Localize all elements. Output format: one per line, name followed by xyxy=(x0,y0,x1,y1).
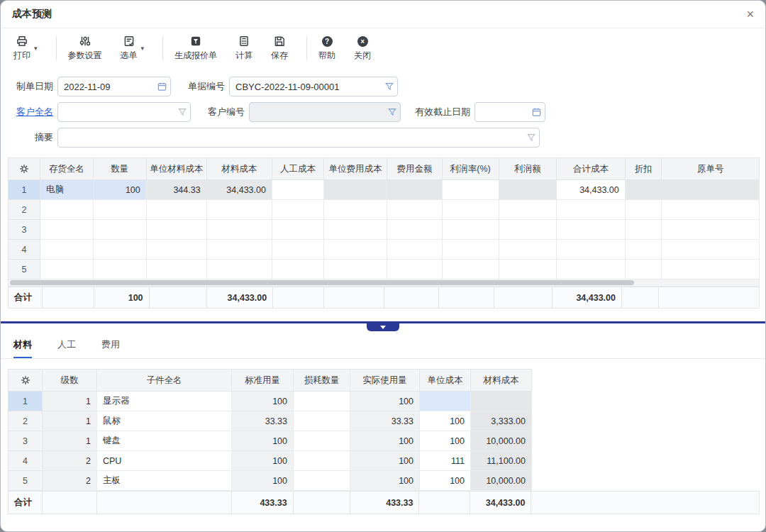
chevron-down-icon[interactable]: ▾ xyxy=(34,45,38,52)
grid-cell[interactable] xyxy=(387,200,442,220)
grid-cell[interactable] xyxy=(294,471,350,491)
tab-expense[interactable]: 费用 xyxy=(101,338,120,358)
row-number-cell[interactable]: 3 xyxy=(9,220,40,240)
row-number-cell[interactable]: 2 xyxy=(9,411,43,431)
grid-cell[interactable] xyxy=(471,392,532,411)
tab-material[interactable]: 材料 xyxy=(13,338,32,358)
dialog-close-button[interactable]: × xyxy=(746,8,754,21)
doc-no-input[interactable] xyxy=(229,77,398,96)
grid-cell[interactable]: 2 xyxy=(43,451,97,471)
grid-cell[interactable] xyxy=(93,260,146,279)
row-number-cell[interactable]: 5 xyxy=(9,471,43,491)
grid-cell[interactable]: 1 xyxy=(43,392,97,411)
grid-cell[interactable] xyxy=(40,200,93,220)
grid-cell[interactable] xyxy=(557,200,626,220)
grid-cell[interactable] xyxy=(323,200,387,220)
grid-cell[interactable]: 100 xyxy=(232,471,294,491)
grid-cell[interactable] xyxy=(625,240,662,260)
grid-cell[interactable]: 3,333.00 xyxy=(471,411,532,431)
grid-cell[interactable] xyxy=(272,220,323,240)
grid-cell[interactable] xyxy=(272,200,323,220)
customer-name-label[interactable]: 客户全名 xyxy=(12,106,53,118)
grid-cell[interactable] xyxy=(272,180,323,200)
grid-cell[interactable]: 键盘 xyxy=(97,431,232,451)
grid-cell[interactable] xyxy=(662,240,760,260)
grid-cell[interactable] xyxy=(272,240,323,260)
grid-cell[interactable]: 100 xyxy=(232,451,294,471)
doc-date-input[interactable] xyxy=(57,77,171,96)
row-number-cell[interactable]: 3 xyxy=(9,431,43,451)
grid-cell[interactable]: 10,000.00 xyxy=(471,431,532,451)
grid-cell[interactable] xyxy=(146,200,206,220)
grid-cell[interactable] xyxy=(146,220,206,240)
grid-cell[interactable] xyxy=(442,260,499,279)
grid-cell[interactable] xyxy=(499,240,556,260)
row-number-cell[interactable]: 2 xyxy=(9,200,40,220)
print-button[interactable]: 打印 ▾ xyxy=(13,35,38,62)
customer-name-field[interactable] xyxy=(57,102,191,122)
grid-cell[interactable] xyxy=(146,260,206,279)
collapse-panel-button[interactable] xyxy=(367,323,399,331)
grid-cell[interactable]: 100 xyxy=(350,392,420,411)
grid-cell[interactable] xyxy=(387,240,442,260)
grid-cell[interactable] xyxy=(499,260,556,279)
grid-cell[interactable] xyxy=(294,431,350,451)
grid-cell[interactable]: 344.33 xyxy=(146,180,206,200)
grid-cell[interactable] xyxy=(442,180,499,200)
grid-cell[interactable] xyxy=(323,260,387,279)
grid-cell[interactable]: 34,433.00 xyxy=(206,180,272,200)
parameter-settings-button[interactable]: 参数设置 xyxy=(68,35,102,62)
grid-cell[interactable] xyxy=(625,260,662,279)
generate-quote-button[interactable]: 生成报价单 xyxy=(174,35,217,62)
grid-cell[interactable]: 100 xyxy=(93,180,146,200)
grid-cell[interactable]: 33.33 xyxy=(232,411,294,431)
grid-cell[interactable]: 100 xyxy=(420,471,471,491)
grid-cell[interactable]: 100 xyxy=(420,411,471,431)
calendar-icon[interactable] xyxy=(157,82,167,92)
summary-input[interactable] xyxy=(57,128,540,148)
grid-cell[interactable] xyxy=(442,220,499,240)
row-number-cell[interactable]: 4 xyxy=(9,451,43,471)
grid-cell[interactable]: 100 xyxy=(350,471,420,491)
grid-cell[interactable]: CPU xyxy=(97,451,232,471)
horizontal-scrollbar[interactable] xyxy=(8,279,760,287)
grid-cell[interactable] xyxy=(40,220,93,240)
grid-cell[interactable] xyxy=(206,240,272,260)
grid-cell[interactable] xyxy=(206,200,272,220)
grid-cell[interactable]: 电脑 xyxy=(40,180,93,200)
close-button[interactable]: × 关闭 xyxy=(354,35,371,62)
grid-cell[interactable]: 100 xyxy=(232,431,294,451)
grid-cell[interactable]: 主板 xyxy=(97,471,232,491)
grid-cell[interactable] xyxy=(206,220,272,240)
grid-cell[interactable] xyxy=(294,451,350,471)
grid-cell[interactable] xyxy=(93,240,146,260)
tab-labor[interactable]: 人工 xyxy=(57,338,76,358)
summary-field[interactable] xyxy=(57,128,540,148)
doc-no-field[interactable] xyxy=(229,77,398,96)
grid-settings-button[interactable] xyxy=(9,370,43,392)
grid-cell[interactable] xyxy=(206,260,272,279)
grid-cell[interactable] xyxy=(323,220,387,240)
filter-icon[interactable] xyxy=(526,133,536,143)
grid-cell[interactable] xyxy=(272,260,323,279)
grid-cell[interactable] xyxy=(323,180,387,200)
grid-cell[interactable] xyxy=(40,260,93,279)
select-order-button[interactable]: 选单 ▾ xyxy=(121,35,145,62)
grid-cell[interactable]: 1 xyxy=(43,411,97,431)
customer-name-input[interactable] xyxy=(57,102,191,122)
grid-cell[interactable] xyxy=(387,260,442,279)
grid-cell[interactable] xyxy=(625,200,662,220)
save-button[interactable]: 保存 xyxy=(271,35,288,62)
row-number-cell[interactable]: 1 xyxy=(9,180,40,200)
grid-cell[interactable] xyxy=(625,220,662,240)
grid-cell[interactable] xyxy=(93,200,146,220)
filter-icon[interactable] xyxy=(384,82,394,92)
grid-cell[interactable] xyxy=(387,220,442,240)
grid-settings-button[interactable] xyxy=(9,158,40,180)
calculate-button[interactable]: 计算 xyxy=(235,35,252,62)
grid-cell[interactable] xyxy=(662,260,760,279)
grid-cell[interactable]: 111 xyxy=(420,451,471,471)
grid-cell[interactable]: 100 xyxy=(350,431,420,451)
grid-cell[interactable] xyxy=(662,200,760,220)
filter-icon[interactable] xyxy=(177,107,187,117)
